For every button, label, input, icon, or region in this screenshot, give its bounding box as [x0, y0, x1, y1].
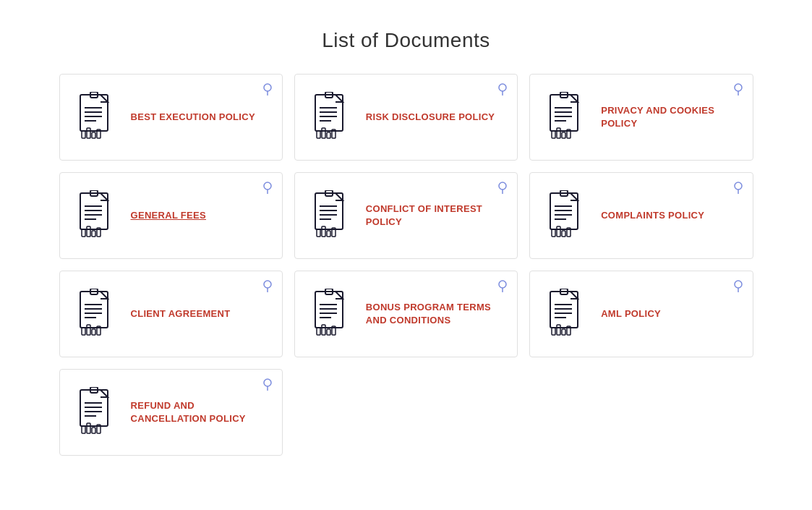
svg-rect-33	[557, 128, 560, 138]
pin-icon	[734, 182, 743, 197]
svg-rect-118	[92, 428, 95, 433]
svg-rect-117	[87, 423, 90, 433]
svg-rect-9	[87, 128, 90, 138]
pin-icon	[734, 280, 743, 295]
svg-point-60	[735, 182, 742, 190]
svg-rect-46	[92, 231, 95, 237]
doc-label-conflict-interest: CONFLICT OF INTEREST POLICY	[366, 203, 503, 229]
svg-rect-106	[562, 329, 565, 335]
svg-point-36	[264, 182, 271, 190]
doc-label-refund-cancellation: REFUND AND CANCELLATION POLICY	[131, 399, 268, 425]
svg-point-0	[264, 84, 271, 91]
pin-icon	[498, 280, 507, 295]
document-icon	[544, 92, 588, 143]
doc-label-general-fees: GENERAL FEES	[131, 209, 207, 222]
doc-label-aml: AML POLICY	[601, 307, 661, 320]
doc-card-complaints[interactable]: COMPLAINTS POLICY	[529, 172, 753, 259]
document-icon	[74, 92, 118, 143]
svg-rect-8	[82, 131, 85, 138]
svg-rect-70	[562, 231, 565, 237]
svg-rect-57	[322, 226, 325, 237]
pin-icon	[263, 83, 272, 98]
svg-rect-104	[552, 328, 555, 335]
svg-rect-20	[317, 131, 320, 138]
svg-point-96	[735, 281, 742, 288]
svg-rect-32	[552, 131, 555, 138]
pin-icon	[498, 182, 507, 197]
svg-rect-69	[557, 226, 560, 237]
svg-rect-94	[327, 329, 330, 335]
svg-point-48	[499, 182, 506, 190]
doc-label-best-execution: BEST EXECUTION POLICY	[131, 111, 255, 124]
svg-point-24	[735, 84, 742, 91]
svg-rect-116	[82, 426, 85, 433]
svg-rect-82	[92, 329, 95, 335]
svg-rect-45	[87, 226, 90, 237]
doc-card-best-execution[interactable]: BEST EXECUTION POLICY	[59, 74, 283, 161]
doc-label-complaints: COMPLAINTS POLICY	[601, 209, 704, 222]
page-title: List of Documents	[0, 0, 812, 74]
doc-card-client-agreement[interactable]: CLIENT AGREEMENT	[59, 271, 283, 357]
document-icon	[309, 92, 353, 143]
svg-rect-81	[87, 325, 90, 335]
pin-icon	[263, 378, 272, 394]
svg-rect-21	[322, 128, 325, 138]
svg-rect-10	[92, 132, 95, 138]
doc-card-conflict-interest[interactable]: CONFLICT OF INTEREST POLICY	[294, 172, 518, 259]
doc-card-bonus-program[interactable]: BONUS PROGRAM TERMS AND CONDITIONS	[294, 271, 518, 357]
documents-grid: BEST EXECUTION POLICY RISK DISCLOSURE PO…	[45, 74, 768, 485]
doc-label-privacy-cookies: PRIVACY AND COOKIES POLICY	[601, 104, 738, 130]
document-icon	[309, 289, 353, 339]
doc-card-general-fees[interactable]: GENERAL FEES	[59, 172, 283, 259]
svg-rect-44	[82, 229, 85, 237]
svg-rect-34	[562, 132, 565, 138]
svg-point-84	[499, 281, 506, 288]
svg-rect-56	[317, 229, 320, 237]
svg-point-108	[264, 379, 271, 386]
document-icon	[74, 190, 118, 241]
doc-label-bonus-program: BONUS PROGRAM TERMS AND CONDITIONS	[366, 301, 503, 327]
svg-rect-68	[552, 229, 555, 237]
doc-card-aml[interactable]: AML POLICY	[529, 271, 753, 357]
pin-icon	[498, 83, 507, 98]
document-icon	[544, 190, 588, 241]
document-icon	[74, 387, 118, 438]
svg-rect-105	[557, 325, 560, 335]
pin-icon	[263, 280, 272, 295]
document-icon	[309, 190, 353, 241]
pin-icon	[734, 83, 743, 98]
document-icon	[74, 289, 118, 339]
svg-rect-80	[82, 328, 85, 335]
svg-rect-22	[327, 132, 330, 138]
doc-label-risk-disclosure: RISK DISCLOSURE POLICY	[366, 111, 495, 124]
doc-card-refund-cancellation[interactable]: REFUND AND CANCELLATION POLICY	[59, 369, 283, 456]
doc-card-privacy-cookies[interactable]: PRIVACY AND COOKIES POLICY	[529, 74, 753, 161]
svg-point-72	[264, 281, 271, 288]
doc-card-risk-disclosure[interactable]: RISK DISCLOSURE POLICY	[294, 74, 518, 161]
svg-point-12	[499, 84, 506, 91]
document-icon	[544, 289, 588, 339]
svg-rect-58	[327, 231, 330, 237]
svg-rect-92	[317, 328, 320, 335]
svg-rect-93	[322, 325, 325, 335]
pin-icon	[263, 182, 272, 197]
doc-label-client-agreement: CLIENT AGREEMENT	[131, 307, 231, 320]
